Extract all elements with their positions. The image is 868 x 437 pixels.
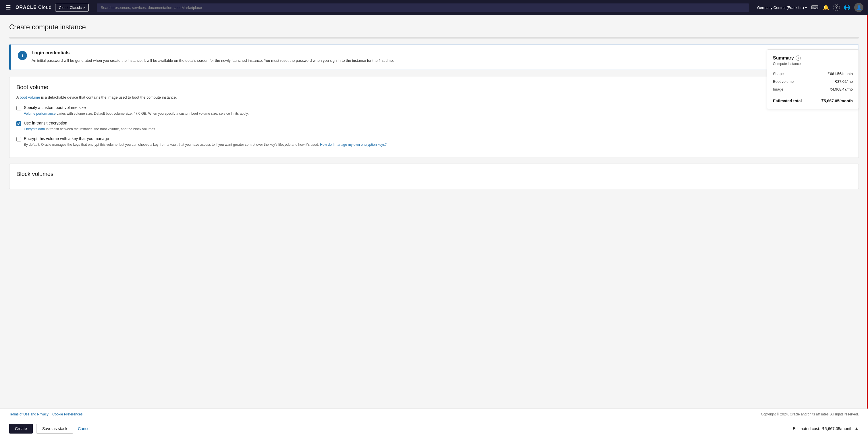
summary-divider xyxy=(773,95,853,95)
volume-performance-link[interactable]: Volume performance xyxy=(24,112,56,116)
boot-volume-value: ₹37.02/mo xyxy=(835,79,853,84)
estimated-total-value: ₹5,667.05/month xyxy=(821,98,853,103)
search-bar xyxy=(97,3,749,12)
own-key-checkbox[interactable] xyxy=(17,137,21,141)
summary-info-icon[interactable]: ℹ xyxy=(796,56,801,61)
login-credentials-title: Login credentials xyxy=(32,50,394,56)
boot-volume-desc: A boot volume is a detachable device tha… xyxy=(17,95,851,99)
estimated-cost-label: Estimated cost: xyxy=(793,426,820,431)
login-credentials-card: ℹ Login credentials An initial password … xyxy=(9,44,859,70)
own-key-encrypt-row: Encrypt this volume with a key that you … xyxy=(17,136,851,147)
shape-label: Shape xyxy=(773,71,784,76)
notifications-icon[interactable]: 🔔 xyxy=(823,4,829,11)
top-navbar: ☰ ORACLE Cloud Cloud Classic > Germany C… xyxy=(0,0,868,15)
manage-keys-link[interactable]: How do I manage my own encryption keys? xyxy=(320,143,386,147)
save-as-stack-button[interactable]: Save as stack xyxy=(36,424,73,434)
cookies-link[interactable]: Cookie Preferences xyxy=(52,412,83,416)
info-card-icon: ℹ xyxy=(18,51,27,60)
cancel-link[interactable]: Cancel xyxy=(77,424,92,433)
scroll-indicator-top xyxy=(9,37,859,38)
main-layout: Create compute instance ℹ Login credenti… xyxy=(0,15,868,437)
encrypts-data-link[interactable]: Encrypts data xyxy=(24,127,45,131)
create-button[interactable]: Create xyxy=(9,424,33,434)
custom-size-checkbox[interactable] xyxy=(17,106,21,110)
block-volumes-title: Block volumes xyxy=(17,171,851,177)
terminal-icon[interactable]: ⌨ xyxy=(811,4,818,11)
region-selector[interactable]: Germany Central (Frankfurt) ▾ xyxy=(757,5,807,10)
own-key-label[interactable]: Encrypt this volume with a key that you … xyxy=(24,136,109,141)
custom-size-label[interactable]: Specify a custom boot volume size xyxy=(24,105,86,110)
action-bar: Create Save as stack Cancel Estimated co… xyxy=(0,420,868,437)
summary-header: Summary ℹ xyxy=(773,56,853,61)
hamburger-icon[interactable]: ☰ xyxy=(5,3,12,12)
transit-encryption-row: Use in-transit encryption Encrypts data … xyxy=(17,121,851,132)
cloud-classic-button[interactable]: Cloud Classic > xyxy=(55,4,89,11)
boot-volume-label: Boot volume xyxy=(773,79,794,84)
transit-encryption-content: Use in-transit encryption Encrypts data … xyxy=(24,121,851,132)
image-label: Image xyxy=(773,87,783,91)
summary-boot-volume-row: Boot volume ₹37.02/mo xyxy=(773,79,853,84)
login-credentials-desc: An initial password will be generated wh… xyxy=(32,58,394,64)
transit-encryption-checkbox[interactable] xyxy=(17,121,21,126)
summary-subtitle: Compute instance xyxy=(773,62,853,66)
estimated-cost-value: ₹5,667.05/month xyxy=(822,426,852,431)
boot-volume-link[interactable]: boot volume xyxy=(20,95,40,99)
expand-cost-icon[interactable]: ▲ xyxy=(854,426,859,431)
content-area: Create compute instance ℹ Login credenti… xyxy=(0,15,868,437)
terms-link[interactable]: Terms of Use and Privacy xyxy=(9,412,49,416)
summary-panel: Summary ℹ Compute instance Shape ₹661.56… xyxy=(767,50,859,109)
footer-right: Copyright © 2024, Oracle and/or its affi… xyxy=(761,412,859,416)
own-key-content: Encrypt this volume with a key that you … xyxy=(24,136,851,147)
boot-volume-section: Boot volume A boot volume is a detachabl… xyxy=(9,77,859,158)
help-icon[interactable]: ? xyxy=(833,4,840,11)
page-footer: Terms of Use and Privacy Cookie Preferen… xyxy=(0,409,868,420)
block-volumes-section: Block volumes xyxy=(9,164,859,189)
language-icon[interactable]: 🌐 xyxy=(844,4,850,11)
transit-encryption-hint: Encrypts data in transit between the ins… xyxy=(24,126,851,132)
oracle-logo: ORACLE Cloud xyxy=(16,5,52,10)
login-credentials-content: Login credentials An initial password wi… xyxy=(32,50,394,64)
page-title: Create compute instance xyxy=(9,23,859,31)
scroll-indicator-right xyxy=(866,15,868,437)
boot-volume-title: Boot volume xyxy=(17,84,851,91)
navbar-right: Germany Central (Frankfurt) ▾ ⌨ 🔔 ? 🌐 👤 xyxy=(757,3,863,12)
estimated-cost-display: Estimated cost: ₹5,667.05/month ▲ xyxy=(793,426,859,431)
custom-size-row: Specify a custom boot volume size Volume… xyxy=(17,105,851,116)
summary-image-row: Image ₹4,968.47/mo xyxy=(773,87,853,91)
summary-total-row: Estimated total ₹5,667.05/month xyxy=(773,98,853,103)
summary-title: Summary xyxy=(773,56,794,61)
image-value: ₹4,968.47/mo xyxy=(830,87,853,91)
transit-encryption-label[interactable]: Use in-transit encryption xyxy=(24,121,67,125)
search-input[interactable] xyxy=(97,3,749,12)
shape-value: ₹661.56/month xyxy=(828,71,853,76)
scroll-bar xyxy=(867,15,868,437)
user-avatar[interactable]: 👤 xyxy=(854,3,863,12)
custom-size-hint: Volume performance varies with volume si… xyxy=(24,111,851,116)
estimated-total-label: Estimated total xyxy=(773,98,802,103)
custom-size-content: Specify a custom boot volume size Volume… xyxy=(24,105,851,116)
footer-left: Terms of Use and Privacy Cookie Preferen… xyxy=(9,412,83,416)
own-key-hint: By default, Oracle manages the keys that… xyxy=(24,142,851,147)
summary-shape-row: Shape ₹661.56/month xyxy=(773,71,853,76)
